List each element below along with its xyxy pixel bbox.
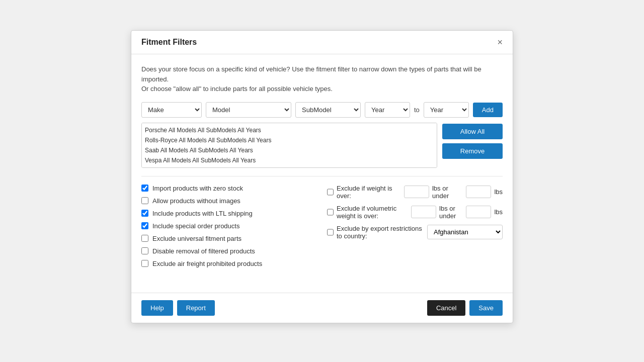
weight-under-input[interactable] [466, 186, 491, 198]
vol-weight-row: Exclude if volumetric weight is over: lb… [327, 205, 503, 220]
fitment-filters-modal: Fitment Filters × Does your store focus … [131, 30, 513, 323]
help-button[interactable]: Help [141, 300, 173, 316]
air-freight-checkbox[interactable] [141, 260, 148, 267]
option-import-zero-stock: Import products with zero stock [141, 185, 317, 192]
footer-left: Help Report [141, 300, 215, 316]
import-zero-stock-label: Import products with zero stock [152, 185, 243, 192]
country-row: Exclude by export restrictions to countr… [327, 225, 503, 240]
special-order-label: Include special order products [152, 222, 239, 230]
ltl-shipping-label: Include products with LTL shipping [152, 210, 253, 217]
to-label: to [414, 106, 420, 114]
disable-removal-checkbox[interactable] [141, 247, 148, 254]
vol-weight-over-input[interactable] [411, 206, 436, 218]
exclude-vol-weight-checkbox[interactable] [327, 209, 334, 216]
list-actions: Allow All Remove [442, 123, 503, 168]
remove-button[interactable]: Remove [442, 143, 503, 159]
exclude-country-label: Exclude by export restrictions to countr… [337, 225, 424, 240]
exclude-weight-label: Exclude if weight is over: [337, 185, 401, 200]
disable-removal-label: Disable removal of filtered products [152, 247, 255, 255]
footer-right: Cancel Save [427, 300, 503, 316]
special-order-checkbox[interactable] [141, 222, 148, 229]
options-right-col: Exclude if weight is over: lbs or under … [327, 185, 503, 273]
allow-no-images-checkbox[interactable] [141, 197, 148, 204]
list-item: Porsche All Models All SubModels All Yea… [144, 125, 435, 135]
cancel-button[interactable]: Cancel [427, 300, 465, 316]
allow-all-button[interactable]: Allow All [442, 124, 503, 139]
exclude-universal-checkbox[interactable] [141, 235, 148, 242]
import-zero-stock-checkbox[interactable] [141, 185, 148, 192]
modal-footer: Help Report Cancel Save [131, 293, 513, 323]
description-line2: Or choose "allow all" to include parts f… [141, 85, 333, 93]
modal-body: Does your store focus on a specific kind… [131, 54, 513, 293]
add-button[interactable]: Add [473, 103, 503, 117]
year-from-select[interactable]: Year [365, 102, 410, 118]
year-to-select[interactable]: Year [424, 102, 469, 118]
modal-title: Fitment Filters [141, 38, 197, 47]
vol-weight-under-input[interactable] [466, 206, 491, 218]
air-freight-label: Exclude air freight prohibited products [152, 260, 262, 267]
exclude-country-checkbox[interactable] [327, 229, 334, 236]
model-select[interactable]: Model [206, 102, 291, 118]
fitment-list[interactable]: Porsche All Models All SubModels All Yea… [141, 123, 437, 168]
make-select[interactable]: Make [141, 102, 202, 118]
description-line1: Does your store focus on a specific kind… [141, 65, 481, 83]
list-item: Saab All Models All SubModels All Years [144, 145, 435, 155]
submodel-select[interactable]: SubModel [295, 102, 361, 118]
option-air-freight: Exclude air freight prohibited products [141, 260, 317, 267]
filter-row: Make Model SubModel Year to Year Add [141, 102, 503, 118]
country-select[interactable]: Afghanistan Albania Algeria [427, 225, 503, 239]
exclude-weight-checkbox[interactable] [327, 189, 334, 196]
save-button[interactable]: Save [469, 300, 503, 316]
ltl-shipping-checkbox[interactable] [141, 210, 148, 217]
option-disable-removal: Disable removal of filtered products [141, 247, 317, 255]
list-item: Vespa All Models All SubModels All Years [144, 155, 435, 165]
modal-header: Fitment Filters × [131, 31, 513, 54]
weight-row: Exclude if weight is over: lbs or under … [327, 185, 503, 200]
option-exclude-universal: Exclude universal fitment parts [141, 235, 317, 242]
options-section: Import products with zero stock Allow pr… [141, 185, 503, 273]
option-special-order: Include special order products [141, 222, 317, 230]
report-button[interactable]: Report [177, 300, 215, 316]
option-allow-no-images: Allow products without images [141, 197, 317, 205]
exclude-vol-weight-label: Exclude if volumetric weight is over: [337, 205, 408, 220]
weight-over-input[interactable] [404, 186, 429, 198]
list-item: Rolls-Royce All Models All SubModels All… [144, 135, 435, 145]
exclude-universal-label: Exclude universal fitment parts [152, 235, 242, 242]
divider [141, 176, 503, 176]
allow-no-images-label: Allow products without images [152, 197, 240, 205]
description: Does your store focus on a specific kind… [141, 64, 503, 94]
options-left-col: Import products with zero stock Allow pr… [141, 185, 317, 273]
lbs-or-under-label: lbs or under [432, 185, 463, 200]
close-button[interactable]: × [497, 38, 503, 47]
list-area: Porsche All Models All SubModels All Yea… [141, 123, 503, 168]
vol-lbs-label: lbs [494, 208, 503, 216]
vol-lbs-or-under-label: lbs or under [439, 205, 463, 220]
list-item: Volkswagen All Models All SubModels All … [144, 165, 435, 168]
lbs-label: lbs [494, 188, 503, 196]
option-ltl-shipping: Include products with LTL shipping [141, 210, 317, 217]
